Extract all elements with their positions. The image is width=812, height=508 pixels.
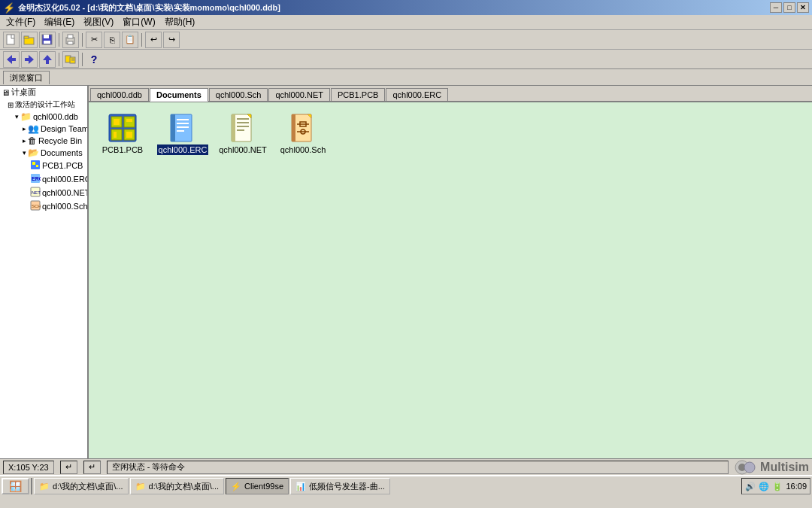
tab-pcb1-pcb[interactable]: PCB1.PCB — [331, 88, 385, 101]
start-button[interactable]: 🪟 — [2, 478, 29, 494]
menu-help[interactable]: 帮助(H) — [160, 14, 200, 30]
toolbar1: ✂ ⎘ 📋 ↩ ↪ — [0, 30, 812, 50]
forward-button[interactable] — [21, 51, 38, 68]
paste-button[interactable]: 📋 — [122, 32, 138, 48]
tab-qchl000-ddb[interactable]: qchl000.ddb — [90, 88, 149, 101]
taskbar-label-1: d:\我的文档\桌面\... — [149, 481, 220, 492]
tray-icon-1: 🔊 — [745, 482, 756, 491]
minimize-button[interactable]: ─ — [770, 2, 782, 13]
recycle-bin-icon: 🗑 — [28, 135, 37, 146]
cut-button[interactable]: ✂ — [86, 32, 102, 48]
main-area: 🖥 计桌面 ⊞ 激活的设计工作站 ▾ 📁 qchl000.ddb ▸ 👥 Des… — [0, 86, 812, 458]
tab-documents[interactable]: Documents — [150, 88, 208, 102]
coordinates-text: X:105 Y:23 — [8, 463, 49, 472]
back-button[interactable] — [3, 51, 20, 68]
svg-rect-36 — [177, 119, 189, 120]
ddb-folder-icon: 📁 — [20, 111, 32, 122]
undo-button[interactable]: ↩ — [145, 32, 162, 48]
file-sch-label: qchl000.Sch — [279, 144, 328, 155]
mode-panel: 空闲状态 - 等待命令 — [107, 461, 729, 474]
taskbar-icon-1: 📁 — [135, 482, 146, 491]
sidebar-item-documents[interactable]: ▾ 📂 Documents — [0, 147, 87, 159]
taskbar-item-1[interactable]: 📁 d:\我的文档\桌面\... — [130, 478, 225, 494]
sidebar-item-label-net: qchl000.NET — [42, 188, 89, 197]
file-qchl000-net[interactable]: qchl000.NET — [217, 110, 269, 158]
sidebar-item-label-documents: Documents — [41, 148, 83, 157]
restore-button[interactable]: □ — [783, 2, 795, 13]
recycle-bin-expand-icon: ▸ — [23, 137, 26, 144]
open-button[interactable] — [21, 32, 38, 48]
svg-rect-32 — [114, 132, 117, 138]
browse-window-tab[interactable]: 浏览窗口 — [3, 71, 50, 84]
toolbar-separator5 — [82, 53, 83, 66]
tab-qchl000-net[interactable]: qchl000.NET — [268, 88, 330, 101]
svg-rect-35 — [171, 114, 175, 141]
up-button[interactable] — [39, 51, 56, 68]
sidebar-item-label-erc: qchl000.ERC — [42, 175, 89, 184]
start-icon: 🪟 — [9, 480, 22, 492]
content-tabs: qchl000.ddb Documents qchl000.Sch qchl00… — [89, 86, 812, 102]
menu-edit[interactable]: 编辑(E) — [40, 14, 79, 30]
workstation-icon: ⊞ — [8, 101, 14, 109]
menu-view[interactable]: 视图(V) — [79, 14, 118, 30]
file-pcb1-pcb[interactable]: PCB1.PCB — [96, 110, 149, 158]
menu-window[interactable]: 窗口(W) — [118, 14, 159, 30]
taskbar-item-0[interactable]: 📁 d:\我的文档\桌面\... — [34, 478, 129, 494]
multisim-logo: Multisim — [735, 460, 809, 475]
print-button[interactable] — [62, 32, 79, 48]
svg-rect-48 — [292, 114, 295, 141]
desktop-icon: 🖥 — [2, 88, 10, 97]
svg-marker-9 — [7, 55, 16, 64]
files-area: PCB1.PCB qchl000.ERC — [89, 102, 812, 458]
svg-rect-7 — [68, 35, 73, 38]
multisim-logo-icon — [735, 460, 757, 475]
coordinates-panel: X:105 Y:23 — [3, 461, 54, 474]
copy-button[interactable]: ⎘ — [104, 32, 120, 48]
tab-qchl000-sch[interactable]: qchl000.Sch — [209, 88, 268, 101]
taskbar-label-2: Client99se — [244, 482, 283, 491]
sidebar-item-qchl000-sch[interactable]: SCH qchl000.Sch — [0, 199, 87, 213]
svg-rect-2 — [24, 36, 29, 38]
sidebar-item-qchl000-ddb[interactable]: ▾ 📁 qchl000.ddb — [0, 111, 87, 123]
taskbar-item-2[interactable]: ⚡ Client99se — [226, 478, 289, 494]
explore-button[interactable] — [62, 51, 79, 68]
svg-marker-11 — [43, 55, 52, 64]
sidebar-item-desktop[interactable]: 🖥 计桌面 — [0, 86, 87, 99]
new-button[interactable] — [3, 32, 20, 48]
file-qchl000-sch[interactable]: qchl000.Sch — [277, 110, 329, 158]
close-button[interactable]: ✕ — [797, 2, 809, 13]
svg-rect-4 — [44, 35, 49, 38]
file-qchl000-erc[interactable]: qchl000.ERC — [156, 110, 209, 158]
svg-text:NET: NET — [32, 190, 41, 195]
sidebar-item-pcb1[interactable]: PCB1.PCB — [0, 159, 87, 172]
redo-button[interactable]: ↪ — [163, 32, 180, 48]
svg-marker-10 — [25, 55, 34, 64]
arrow2-panel: ↵ — [83, 461, 101, 474]
sidebar-item-recycle-bin[interactable]: ▸ 🗑 Recycle Bin — [0, 135, 87, 147]
design-team-expand-icon: ▸ — [23, 125, 26, 132]
erc-icon-large — [168, 113, 198, 143]
pcb1-icon — [30, 160, 41, 172]
toolbar-separator2 — [82, 33, 83, 47]
sidebar-item-design-team[interactable]: ▸ 👥 Design Team — [0, 123, 87, 135]
sidebar-item-workstation[interactable]: ⊞ 激活的设计工作站 — [0, 99, 87, 111]
tab-qchl000-erc[interactable]: qchl000.ERC — [386, 88, 448, 101]
svg-rect-5 — [44, 41, 50, 44]
taskbar-item-3[interactable]: 📊 低频信号发生器-曲... — [290, 478, 390, 494]
svg-rect-8 — [68, 41, 73, 44]
save-button[interactable] — [39, 32, 56, 48]
panel-label: 浏览窗口 — [0, 69, 812, 86]
tray-icon-3: 🔋 — [772, 482, 783, 491]
sidebar-item-qchl000-net[interactable]: NET qchl000.NET — [0, 186, 87, 199]
svg-point-56 — [744, 462, 755, 473]
svg-rect-41 — [232, 114, 235, 141]
file-erc-label: qchl000.ERC — [157, 144, 209, 155]
taskbar-icon-0: 📁 — [39, 482, 50, 491]
sidebar-item-qchl000-erc[interactable]: ERC qchl000.ERC — [0, 172, 87, 186]
sidebar-item-label-workstation: 激活的设计工作站 — [15, 99, 75, 110]
documents-expand-icon: ▾ — [23, 149, 26, 157]
help-button[interactable]: ? — [86, 51, 102, 68]
svg-rect-17 — [32, 162, 35, 165]
tray-icon-2: 🌐 — [759, 482, 769, 491]
menu-file[interactable]: 文件(F) — [2, 14, 40, 30]
